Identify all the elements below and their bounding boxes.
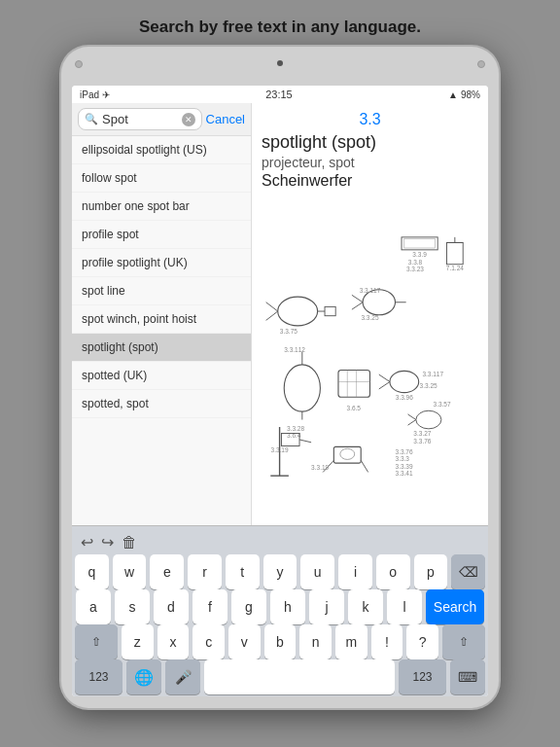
key-e[interactable]: e xyxy=(150,554,184,589)
key-backspace[interactable]: ⌫ xyxy=(451,554,485,589)
term-tertiary: Scheinwerfer xyxy=(262,172,478,190)
key-u[interactable]: u xyxy=(300,554,334,589)
key-q[interactable]: q xyxy=(75,554,109,589)
key-123-right[interactable]: 123 xyxy=(399,659,446,694)
key-m[interactable]: m xyxy=(335,624,368,659)
result-item-5[interactable]: profile spotlight (UK) xyxy=(72,249,251,277)
svg-point-50 xyxy=(340,448,355,459)
key-mic[interactable]: 🎤 xyxy=(165,659,200,694)
key-123-left[interactable]: 123 xyxy=(75,659,122,694)
svg-text:3.3.75: 3.3.75 xyxy=(280,328,298,335)
key-p[interactable]: p xyxy=(414,554,448,589)
undo-icon[interactable]: ↩ xyxy=(81,533,93,551)
result-item-3[interactable]: number one spot bar xyxy=(72,193,251,221)
key-space[interactable] xyxy=(204,659,395,694)
svg-line-47 xyxy=(299,440,311,443)
cancel-button[interactable]: Cancel xyxy=(206,112,245,126)
svg-text:3.3.27: 3.3.27 xyxy=(413,430,431,437)
svg-text:3.3.76: 3.3.76 xyxy=(413,438,431,445)
svg-rect-49 xyxy=(333,446,361,463)
redo-icon[interactable]: ↪ xyxy=(101,533,114,551)
key-a[interactable]: a xyxy=(76,589,111,624)
key-c[interactable]: c xyxy=(192,624,225,659)
svg-text:3.3.117: 3.3.117 xyxy=(360,287,381,294)
svg-text:3.6.5: 3.6.5 xyxy=(347,405,362,411)
key-j[interactable]: j xyxy=(309,589,344,624)
key-keyboard[interactable]: ⌨ xyxy=(450,659,485,694)
svg-rect-27 xyxy=(338,370,370,397)
svg-text:3.3.96: 3.3.96 xyxy=(396,394,413,401)
key-shift-right[interactable]: ⇧ xyxy=(442,624,485,659)
search-input[interactable]: Spot xyxy=(102,112,178,126)
key-s[interactable]: s xyxy=(115,589,150,624)
key-v[interactable]: v xyxy=(228,624,261,659)
svg-text:3.3.8: 3.3.8 xyxy=(408,259,423,266)
svg-line-16 xyxy=(352,295,363,302)
key-o[interactable]: o xyxy=(376,554,410,589)
content-area: 🔍 Spot ✕ Cancel ellipsoidal spotlight (U… xyxy=(72,103,488,525)
svg-text:3.3.23: 3.3.23 xyxy=(406,266,424,272)
key-k[interactable]: k xyxy=(348,589,383,624)
key-h[interactable]: h xyxy=(270,589,305,624)
search-icon: 🔍 xyxy=(85,113,98,125)
ipad-screen: iPad ✈ 23:15 ▲ 98% 🔍 Spot ✕ xyxy=(72,86,488,696)
camera-dot xyxy=(277,60,283,66)
result-item-2[interactable]: follow spot xyxy=(72,164,251,193)
svg-line-40 xyxy=(408,414,416,420)
svg-line-17 xyxy=(352,302,363,309)
svg-text:3.3.19: 3.3.19 xyxy=(271,446,289,453)
right-panel: 3.3 spotlight (spot) projecteur, spot Sc… xyxy=(252,103,488,525)
key-l[interactable]: l xyxy=(387,589,422,624)
clear-button[interactable]: ✕ xyxy=(182,113,195,126)
key-shift-left[interactable]: ⇧ xyxy=(75,624,118,659)
status-bar: iPad ✈ 23:15 ▲ 98% xyxy=(72,86,488,103)
svg-text:3.3.25: 3.3.25 xyxy=(420,382,438,389)
svg-text:3.3.3: 3.3.3 xyxy=(396,455,410,462)
key-z[interactable]: z xyxy=(122,624,154,659)
wifi-icon: ▲ xyxy=(448,89,458,100)
left-panel: 🔍 Spot ✕ Cancel ellipsoidal spotlight (U… xyxy=(72,103,252,525)
delete-icon[interactable]: 🗑 xyxy=(122,534,137,551)
key-r[interactable]: r xyxy=(188,554,222,589)
key-f[interactable]: f xyxy=(192,589,228,624)
key-x[interactable]: x xyxy=(158,624,190,659)
key-question[interactable]: ? xyxy=(406,624,438,659)
result-item-4[interactable]: profile spot xyxy=(72,221,251,249)
svg-text:3.3.117: 3.3.117 xyxy=(422,371,443,377)
section-number: 3.3 xyxy=(262,111,478,128)
key-exclaim[interactable]: ! xyxy=(371,624,403,659)
result-item-1[interactable]: ellipsoidal spotlight (US) xyxy=(72,136,251,164)
status-right: ▲ 98% xyxy=(448,89,480,100)
svg-text:3.3.28: 3.3.28 xyxy=(287,425,304,432)
result-item-6[interactable]: spot line xyxy=(72,277,251,305)
svg-text:3.3.41: 3.3.41 xyxy=(396,470,413,477)
result-item-8[interactable]: spotlight (spot) xyxy=(72,334,251,362)
key-n[interactable]: n xyxy=(299,624,332,659)
svg-rect-1 xyxy=(404,239,436,248)
diagram-area: 3.3.9 7.1.24 3.3.8 3.3.23 xyxy=(262,196,478,517)
result-item-9[interactable]: spotted (UK) xyxy=(72,362,251,390)
key-g[interactable]: g xyxy=(231,589,266,624)
result-item-10[interactable]: spotted, spot xyxy=(72,390,251,418)
key-y[interactable]: y xyxy=(263,554,298,589)
search-button[interactable]: Search xyxy=(426,589,484,624)
keyboard-toolbar: ↩ ↪ 🗑 xyxy=(75,530,485,554)
svg-point-9 xyxy=(278,297,318,326)
result-item-7[interactable]: spot winch, point hoist xyxy=(72,305,251,334)
key-w[interactable]: w xyxy=(113,554,147,589)
svg-point-22 xyxy=(284,365,320,411)
key-i[interactable]: i xyxy=(338,554,372,589)
key-t[interactable]: t xyxy=(226,554,260,589)
key-d[interactable]: d xyxy=(154,589,189,624)
search-results-list: ellipsoidal spotlight (US) follow spot n… xyxy=(72,136,251,525)
search-input-wrapper[interactable]: 🔍 Spot ✕ xyxy=(78,108,202,130)
page-title: Search by free text in any language. xyxy=(139,18,421,37)
search-bar: 🔍 Spot ✕ Cancel xyxy=(72,103,251,136)
svg-line-33 xyxy=(379,374,390,381)
term-paren: (spot) xyxy=(332,132,376,152)
key-b[interactable]: b xyxy=(264,624,297,659)
key-globe[interactable]: 🌐 xyxy=(126,659,161,694)
keyboard-row-4: 123 🌐 🎤 123 ⌨ xyxy=(75,659,485,694)
battery-text: 98% xyxy=(461,89,480,100)
term-secondary: projecteur, spot xyxy=(262,155,478,170)
